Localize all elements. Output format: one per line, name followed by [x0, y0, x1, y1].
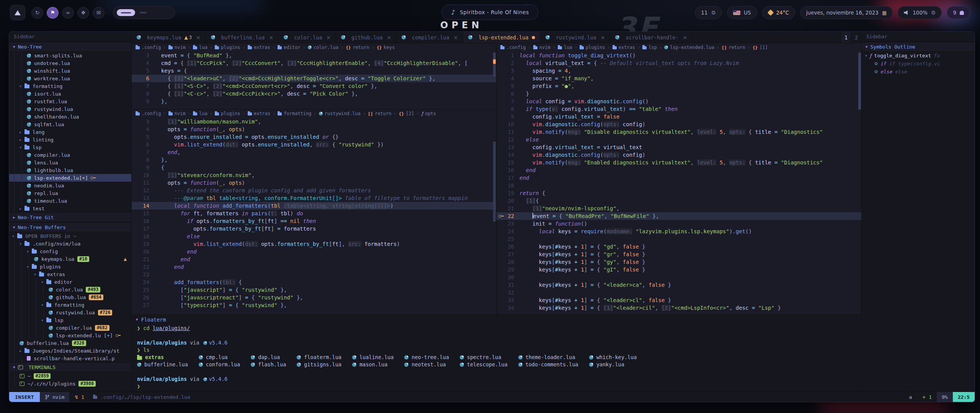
- tree-item[interactable]: github.lua#654: [9, 293, 131, 301]
- tree-item[interactable]: rustywind.lua: [9, 105, 131, 113]
- breadcrumb-segment[interactable]: plugins: [215, 111, 240, 116]
- tree-item[interactable]: isort.lua: [9, 90, 131, 98]
- breadcrumb-segment[interactable]: color.lua: [308, 45, 338, 50]
- workspaces-pill[interactable]: [113, 6, 175, 19]
- breadcrumb-segment[interactable]: rustywind.lua: [319, 111, 361, 116]
- scrollbar[interactable]: [493, 52, 496, 107]
- breadcrumb-segment[interactable]: {}[2]: [399, 111, 414, 116]
- tree-item[interactable]: undotree.lua: [9, 59, 131, 67]
- tree-item[interactable]: bufferline.lua#328: [9, 339, 131, 347]
- breadcrumb-segment[interactable]: []return: [368, 111, 392, 116]
- tree-item[interactable]: ▸test: [9, 205, 131, 212]
- tree-item[interactable]: shellharden.lua: [9, 113, 131, 120]
- tree-item[interactable]: ▸linting: [9, 136, 131, 143]
- breadcrumb-segment[interactable]: nvim: [168, 45, 186, 50]
- updates-button[interactable]: ↻: [31, 7, 43, 19]
- code-area[interactable]: 3 event = { "BufRead" },4 cmd = { [1]"Cc…: [132, 52, 496, 105]
- stats-button[interactable]: ∞: [62, 7, 74, 19]
- tree-item[interactable]: lsp-extended.lu[+]: [9, 174, 131, 182]
- workspaces-button[interactable]: ⚑: [47, 7, 59, 19]
- section-header-symbols-outline[interactable]: ▾ Symbols Outline: [862, 42, 975, 52]
- breadcrumb-segment[interactable]: extras: [248, 45, 270, 50]
- volume-pill[interactable]: 100%⚙: [898, 6, 942, 19]
- close-icon[interactable]: ×: [683, 34, 688, 41]
- breadcrumb-segment[interactable]: lua: [193, 45, 207, 50]
- tree-item[interactable]: ▾lsp: [9, 316, 131, 324]
- breadcrumb-segment[interactable]: nvim: [168, 111, 186, 116]
- floaterm-header[interactable]: ▾ Floaterm: [132, 315, 861, 324]
- pane-color-lua[interactable]: .config›nvim›lua›plugins›extras›editor›c…: [132, 43, 496, 109]
- tree-item[interactable]: ~/.c/n/l/plugins#3980: [9, 380, 131, 387]
- keyboard-layout-pill[interactable]: US: [727, 6, 757, 19]
- tree-item[interactable]: ▾extras: [9, 270, 131, 278]
- tab-bufferline-lua[interactable]: bufferline.lua×: [206, 32, 279, 43]
- tree-item[interactable]: lens.lua: [9, 159, 131, 166]
- tree-item[interactable]: ~#2859: [9, 372, 131, 380]
- tree-item[interactable]: lightbulb.lua: [9, 166, 131, 174]
- breadcrumb-segment[interactable]: plugins: [580, 45, 605, 50]
- outline-item[interactable]: ▾ƒtoggle_diag_virtextfu: [862, 52, 975, 60]
- git-branch[interactable]: nvim: [40, 392, 69, 402]
- close-icon[interactable]: ×: [196, 34, 201, 41]
- tree-item[interactable]: smart-splits.lua: [9, 52, 131, 59]
- breadcrumb-segment[interactable]: .config: [136, 45, 161, 50]
- weather-pill[interactable]: 24°C: [762, 6, 795, 19]
- breadcrumb-segment[interactable]: lua: [558, 45, 572, 50]
- tree-item[interactable]: repl.lua: [9, 189, 131, 197]
- breadcrumb-segment[interactable]: formatting: [278, 111, 311, 116]
- notifications-pill[interactable]: 9: [947, 6, 970, 19]
- tree-item[interactable]: ▸lang: [9, 128, 131, 136]
- close-icon[interactable]: ×: [269, 34, 273, 41]
- tab-keymaps-lua[interactable]: keymaps.lua▲3×: [132, 32, 206, 43]
- tab-color-lua[interactable]: color.lua×: [279, 32, 336, 43]
- breadcrumb-segment[interactable]: []return: [722, 45, 745, 50]
- close-icon[interactable]: ×: [326, 34, 331, 41]
- tree-item[interactable]: ▾formatting: [9, 82, 131, 90]
- tree-item[interactable]: neodim.lua: [9, 182, 131, 189]
- music-widget[interactable]: ♪ Spiritbox - Rule Of Nines: [441, 5, 538, 20]
- section-header-terminals[interactable]: ▾TERMINALS: [9, 362, 131, 372]
- section-header-neo-tree[interactable]: ▾Neo-Tree: [9, 42, 131, 52]
- tree-item[interactable]: winshift.lua: [9, 67, 131, 75]
- breadcrumb-segment[interactable]: lsp: [642, 45, 657, 50]
- tree-item[interactable]: rustfmt.lua: [9, 98, 131, 105]
- breadcrumb-segment[interactable]: .config: [136, 111, 161, 116]
- outline-item[interactable]: ⊙ifif type(config.vi: [862, 60, 975, 68]
- tab-github-lua[interactable]: github.lua×: [336, 32, 397, 43]
- tree-item[interactable]: ▾lsp: [9, 143, 131, 151]
- tab-rustywind-lua[interactable]: rustywind.lua×: [541, 32, 610, 43]
- breadcrumb-segment[interactable]: extras: [612, 45, 635, 50]
- tree-item[interactable]: compiler.lua: [9, 151, 131, 159]
- breadcrumb-segment[interactable]: extras: [248, 111, 270, 116]
- breadcrumb-segment[interactable]: lsp-extended.lua: [664, 45, 714, 50]
- tab-lsp-extended-lua[interactable]: lsp-extended.lua●: [463, 32, 541, 43]
- tree-item[interactable]: ▾config: [9, 247, 131, 255]
- tree-item[interactable]: keymaps.lua#10▲: [9, 255, 131, 263]
- breadcrumb-segment[interactable]: ƒopts: [421, 111, 436, 116]
- breadcrumb-segment[interactable]: nvim: [533, 45, 550, 50]
- tree-item[interactable]: timeout.lua: [9, 197, 131, 205]
- tree-item[interactable]: ▾OPEN BUFFERS in ~: [9, 232, 131, 240]
- floaterm-panel[interactable]: ▾ Floaterm ❯ cd lua/plugins/ nvim/lua/pl…: [132, 314, 861, 392]
- outline-item[interactable]: ⊙elseelse: [862, 68, 975, 76]
- tree-item[interactable]: compiler.lua#682: [9, 324, 131, 332]
- tree-item[interactable]: ▾editor: [9, 278, 131, 286]
- breadcrumb-segment[interactable]: lua: [193, 111, 207, 116]
- date-pill[interactable]: jueves, noviembre 16, 2023▦: [800, 6, 893, 19]
- tree-item[interactable]: ▾plugins: [9, 263, 131, 270]
- tab-compiler-lua[interactable]: compiler.lua×: [397, 32, 463, 43]
- section-header-neo-tree-git[interactable]: ▸Neo-Tree Git: [9, 212, 131, 222]
- apps-button[interactable]: ❖: [77, 7, 89, 19]
- close-icon[interactable]: ×: [601, 34, 605, 41]
- code-area[interactable]: 3 [1]"williamboman/mason.nvim",4 opts = …: [132, 118, 496, 309]
- tabpage-1[interactable]: 1: [841, 32, 851, 43]
- breadcrumb-segment[interactable]: {}return: [346, 45, 369, 50]
- breadcrumb-segment[interactable]: {}keys: [377, 45, 395, 50]
- tree-item[interactable]: color.lua#493: [9, 286, 131, 293]
- close-icon[interactable]: ×: [387, 34, 391, 41]
- tree-item[interactable]: sqlfmt.lua: [9, 120, 131, 128]
- mail-button[interactable]: ✉: [93, 7, 105, 19]
- tree-item[interactable]: lsp-extended.lu [+]: [9, 332, 131, 339]
- breadcrumb-segment[interactable]: {}[1]: [753, 45, 768, 50]
- tree-item[interactable]: scrollbar-handle-vertical.p: [9, 354, 131, 362]
